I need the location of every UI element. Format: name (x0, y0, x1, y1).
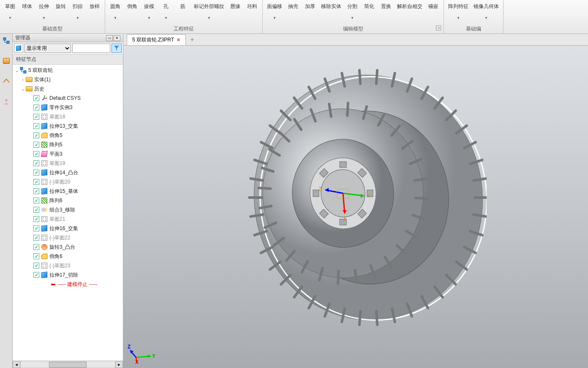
display-mode-select[interactable]: 显示常用 (24, 44, 71, 53)
ribbon-button[interactable]: 倒角 (124, 1, 141, 20)
ribbon-button[interactable]: 加厚 (302, 1, 318, 20)
ribbon-button[interactable]: 阵列特征 ▼ (446, 1, 471, 20)
checkbox-icon[interactable]: ✓ (33, 104, 39, 110)
modeling-stop-marker[interactable]: ⬅----- 建模停止 ----- (13, 280, 123, 289)
tree-node[interactable]: ✓Default CSYS (13, 93, 123, 103)
ribbon-button[interactable]: 拉伸 ▼ (35, 1, 52, 20)
dropdown-arrow-icon: ▼ (164, 16, 168, 20)
ribbon-button[interactable]: 旋转 (52, 1, 69, 20)
tree-node[interactable]: ✓拉伸16_交集 (13, 224, 123, 233)
tab-add-button[interactable]: + (186, 34, 198, 45)
node-label: 历史 (34, 85, 44, 93)
ribbon-button[interactable]: 镜像几何体 ▼ (471, 1, 501, 20)
dropdown-arrow-icon (386, 16, 387, 20)
filter-button[interactable] (112, 44, 122, 53)
ribbon-button[interactable]: 标记外部螺纹 ▼ (191, 1, 227, 20)
tree-node[interactable]: ⌄5 双联齿轮 (13, 66, 123, 75)
checkbox-icon[interactable]: ✓ (33, 151, 39, 157)
tree-node[interactable]: ⌄历史 (13, 84, 123, 93)
svg-text:Z: Z (128, 344, 131, 350)
ribbon-button[interactable]: 分割 ▼ (344, 1, 361, 20)
panel-close-icon[interactable]: ✕ (114, 35, 120, 41)
checkbox-icon[interactable]: ✓ (33, 170, 39, 176)
ribbon-button[interactable]: 扫掠 ▼ (69, 1, 86, 20)
tree-node[interactable]: ✓阵列5 (13, 140, 123, 149)
checkbox-icon[interactable]: ✓ (33, 207, 39, 213)
expander-icon[interactable]: ⌄ (20, 87, 25, 91)
checkbox-icon[interactable]: ✓ (33, 123, 39, 129)
ribbon-button[interactable]: 筋 (174, 1, 191, 20)
tree-node[interactable]: ✓草图21 (13, 214, 123, 224)
tree-node[interactable]: ✓拉伸15_基体 (13, 187, 123, 196)
ribbon-button[interactable]: 抽壳 (285, 1, 302, 20)
tree-node[interactable]: ✓拉伸17_切除 (13, 270, 123, 280)
ribbon-button[interactable]: 面偏移 ▼ (264, 1, 285, 20)
tree-node[interactable]: ✓阵列6 (13, 196, 123, 205)
ribbon-label: 孔 (163, 3, 169, 10)
tree-node[interactable]: ✓零件实例3 (13, 103, 123, 112)
checkbox-icon[interactable]: ✓ (33, 235, 39, 241)
tree-node[interactable]: ✓(-)草图20 (13, 177, 123, 187)
tree-node[interactable]: ✓拉伸13_交集 (13, 121, 123, 131)
ribbon-button[interactable]: 镶嵌 (425, 1, 442, 20)
ribbon-label: 坯料 (247, 3, 257, 10)
scroll-left-icon[interactable]: ◄ (13, 361, 20, 368)
expander-icon[interactable]: › (20, 77, 25, 82)
vtool-user-icon[interactable] (1, 96, 11, 107)
checkbox-icon[interactable]: ✓ (33, 198, 39, 203)
ribbon-button[interactable]: 圆角 ▼ (107, 1, 124, 20)
vtool-solid-icon[interactable] (1, 56, 11, 66)
checkbox-icon[interactable]: ✓ (33, 244, 39, 250)
ribbon-button[interactable]: 唇缘 (227, 1, 244, 20)
ribbon-button[interactable]: 球体 (19, 1, 35, 20)
tab-label: 5 双联齿轮.Z3PRT (132, 36, 174, 44)
dropdown-arrow-icon (94, 16, 95, 20)
tree-node[interactable]: ✓平面3 (13, 149, 123, 159)
tree-node[interactable]: ✓旋转3_凸台 (13, 242, 123, 252)
scroll-right-icon[interactable]: ► (115, 361, 123, 368)
ribbon-button[interactable]: 草图 ▼ (2, 1, 19, 20)
checkbox-icon[interactable]: ✓ (33, 225, 39, 231)
panel-minimize-icon[interactable]: ▭ (106, 35, 113, 41)
tree-node[interactable]: ✓倒角5 (13, 131, 123, 140)
ribbon-button[interactable]: 坯料 (244, 1, 261, 20)
tree-node[interactable]: ✓草图18 (13, 112, 123, 121)
horizontal-scrollbar[interactable]: ◄ ► (13, 360, 123, 368)
checkbox-icon[interactable]: ✓ (33, 114, 39, 120)
checkbox-icon[interactable]: ✓ (33, 272, 39, 278)
panel-toolbar: 显示常用 (13, 42, 123, 55)
ribbon-button[interactable]: 移除实体 (318, 1, 344, 20)
ribbon-button[interactable]: 置换 (378, 1, 395, 20)
dialog-launcher-icon[interactable]: ↘ (436, 25, 441, 30)
tree-node[interactable]: ✓草图19 (13, 159, 123, 168)
tree-node[interactable]: ›实体(1) (13, 75, 123, 84)
checkbox-icon[interactable]: ✓ (33, 179, 39, 185)
checkbox-icon[interactable]: ✓ (33, 95, 39, 101)
filter-input[interactable] (72, 44, 110, 53)
ribbon-button[interactable]: 解析自相交 (395, 1, 425, 20)
vtool-tree-icon[interactable] (1, 36, 11, 46)
expander-icon[interactable]: ⌄ (14, 68, 19, 73)
checkbox-icon[interactable]: ✓ (33, 132, 39, 138)
checkbox-icon[interactable]: ✓ (33, 263, 39, 269)
vtool-view-icon[interactable] (1, 76, 11, 86)
tree-node[interactable]: ✓组合3_移除 (13, 205, 123, 214)
tree-node[interactable]: ✓倒角6 (13, 252, 123, 261)
checkbox-icon[interactable]: ✓ (33, 188, 39, 194)
checkbox-icon[interactable]: ✓ (33, 216, 39, 222)
tree-node[interactable]: ✓拉伸14_凸台 (13, 168, 123, 177)
dropdown-arrow-icon: ▼ (8, 16, 12, 20)
panel-mode-icon[interactable] (14, 44, 23, 53)
tree-node[interactable]: ✓(-)草图22 (13, 233, 123, 242)
tab-close-icon[interactable]: ✕ (177, 37, 180, 43)
ribbon-button[interactable]: 孔 ▼ (158, 1, 174, 20)
document-tab[interactable]: 5 双联齿轮.Z3PRT ✕ (127, 34, 186, 45)
tree-node[interactable]: ✓(-)草图23 (13, 261, 123, 270)
checkbox-icon[interactable]: ✓ (33, 142, 39, 148)
checkbox-icon[interactable]: ✓ (33, 160, 39, 166)
checkbox-icon[interactable]: ✓ (33, 253, 39, 259)
ribbon-button[interactable]: 简化 (361, 1, 378, 20)
ribbon-button[interactable]: 拔模 ▼ (141, 1, 158, 20)
viewport-3d[interactable]: Y Z X Y Z X (123, 46, 588, 368)
ribbon-button[interactable]: 放样 (86, 1, 103, 20)
